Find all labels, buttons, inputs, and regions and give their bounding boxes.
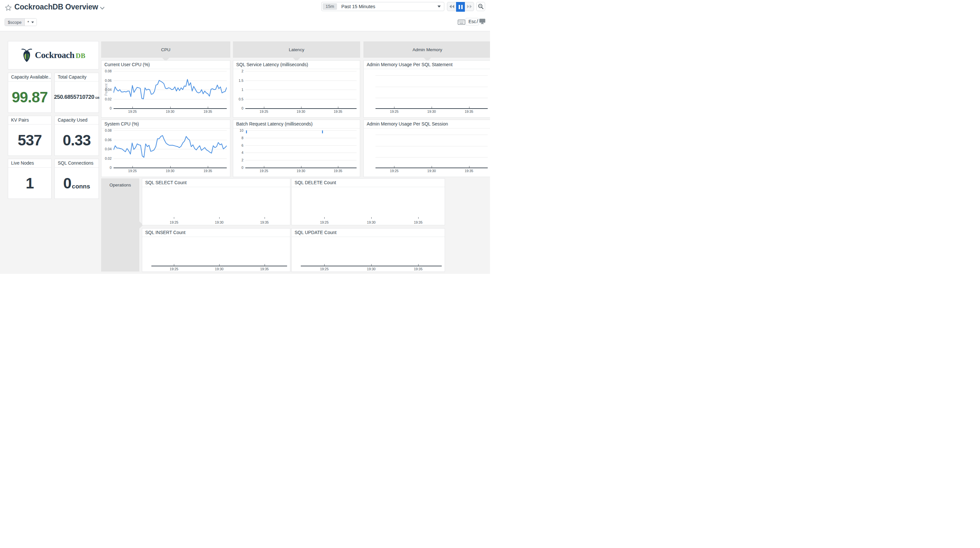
card-value: 1 xyxy=(26,175,34,192)
chart-title: Admin Memory Usage Per SQL Statement xyxy=(364,60,490,69)
sql-select-count-plot[interactable]: 19:2519:3019:35 xyxy=(142,187,290,225)
time-range-caret-icon xyxy=(438,6,441,8)
chart-panel-sql-update-count: SQL UPDATE Count 19:2519:3019:35 xyxy=(291,228,445,272)
rewind-icon xyxy=(449,4,455,9)
scope-variable-name: $scope xyxy=(5,19,25,26)
favorite-star-icon[interactable] xyxy=(5,4,12,11)
card-value: 99.87 xyxy=(12,88,48,106)
batch-request-latency-plot[interactable]: 024681019:2519:3019:35 xyxy=(233,129,360,177)
chart-title: SQL Service Latency (milliseconds) xyxy=(233,60,360,69)
fullscreen-monitor-icon[interactable] xyxy=(479,19,485,24)
chart-title: System CPU (%) xyxy=(102,120,230,129)
sql-update-count-plot[interactable]: 19:2519:3019:35 xyxy=(292,237,445,272)
card-title: Capacity Used xyxy=(55,116,99,124)
chart-panel-admin-memory-statement: Admin Memory Usage Per SQL Statement 19:… xyxy=(363,60,490,118)
admin-memory-session-plot[interactable]: 19:2519:3019:35 xyxy=(364,129,490,177)
card-value-unit: GB xyxy=(95,96,100,99)
card-value: 0.33 xyxy=(63,131,91,149)
card-title: Live Nodes xyxy=(8,159,51,168)
sql-insert-count-plot[interactable]: 19:2519:3019:35 xyxy=(142,237,290,272)
current-user-cpu-plot[interactable]: 00.020.040.060.0819:2519:3019:35Percent xyxy=(102,69,230,118)
chart-title: Admin Memory Usage Per SQL Session xyxy=(364,120,490,129)
chart-title: Batch Request Latency (milliseconds) xyxy=(233,120,360,129)
card-value: 537 xyxy=(18,131,42,149)
title-chevron-down-icon[interactable] xyxy=(100,6,105,10)
metric-card-capacity-used: Capacity Used 0.33 xyxy=(54,116,99,156)
fast-forward-button[interactable] xyxy=(465,2,474,11)
top-bar: CockroachDB Overview 15m Past 15 Minutes xyxy=(0,0,490,31)
zoom-out-button[interactable] xyxy=(476,2,485,11)
pause-icon xyxy=(459,5,463,9)
admin-memory-statement-plot[interactable]: 19:2519:3019:35 xyxy=(364,69,490,118)
system-cpu-plot[interactable]: 00.020.040.060.0819:2519:3019:35 xyxy=(102,129,230,177)
sql-delete-count-plot[interactable]: 19:2519:3019:35 xyxy=(292,187,445,225)
slash-shortcut-label: / xyxy=(477,19,478,24)
card-title: Capacity Available... xyxy=(8,73,51,81)
chart-panel-sql-delete-count: SQL DELETE Count 19:2519:3019:35 xyxy=(291,178,445,225)
dashboard-canvas: CockroachDB Capacity Available... 99.87 … xyxy=(0,31,490,274)
group-label: Operations xyxy=(101,178,139,187)
sql-service-latency-plot[interactable]: 00.511.5219:2519:3019:35 xyxy=(233,69,360,118)
chart-title: SQL UPDATE Count xyxy=(292,229,445,237)
group-header-cpu[interactable]: CPU xyxy=(101,41,230,58)
metric-card-capacity-available: Capacity Available... 99.87 xyxy=(8,73,51,113)
chart-title: SQL SELECT Count xyxy=(142,179,290,187)
group-header-latency[interactable]: Latency xyxy=(233,41,360,58)
card-title: Total Capacity xyxy=(55,73,99,81)
scope-template-variable[interactable]: $scope * xyxy=(5,18,37,26)
chart-title: SQL INSERT Count xyxy=(142,229,290,237)
time-range-selector[interactable]: 15m Past 15 Minutes xyxy=(321,2,444,11)
chart-title: Current User CPU (%) xyxy=(102,60,230,69)
chart-panel-admin-memory-session: Admin Memory Usage Per SQL Session 19:25… xyxy=(363,120,490,177)
group-header-admin-memory[interactable]: Admin Memory xyxy=(363,41,490,58)
pause-button[interactable] xyxy=(456,2,465,12)
metric-card-live-nodes: Live Nodes 1 xyxy=(8,159,51,199)
chart-panel-sql-select-count: SQL SELECT Count 19:2519:3019:35 xyxy=(142,178,290,225)
page-title: CockroachDB Overview xyxy=(14,3,98,11)
chart-panel-current-user-cpu: Current User CPU (%) 00.020.040.060.0819… xyxy=(101,60,230,118)
chart-panel-batch-request-latency: Batch Request Latency (milliseconds) 024… xyxy=(233,120,360,177)
cockroach-bug-icon xyxy=(21,49,32,62)
playback-controls xyxy=(447,2,474,11)
group-header-operations[interactable]: Operations xyxy=(101,178,139,272)
card-value: 250.6855710720 xyxy=(54,94,94,100)
chart-panel-system-cpu: System CPU (%) 00.020.040.060.0819:2519:… xyxy=(101,120,230,177)
chart-title: SQL DELETE Count xyxy=(292,179,445,187)
keyboard-shortcuts-icon[interactable] xyxy=(458,19,465,25)
scope-caret-icon xyxy=(31,22,34,23)
time-range-badge: 15m xyxy=(323,3,337,10)
metric-card-kv-pairs: KV Pairs 537 xyxy=(8,116,51,156)
card-title: SQL Connections xyxy=(55,159,99,168)
time-range-label: Past 15 Minutes xyxy=(341,4,438,9)
rewind-button[interactable] xyxy=(447,2,456,11)
scope-variable-value: * xyxy=(27,20,29,25)
card-value: 0 xyxy=(63,175,72,192)
logo-db-suffix: DB xyxy=(76,52,86,60)
cockroachdb-logo-card: CockroachDB xyxy=(8,41,99,70)
chart-panel-sql-insert-count: SQL INSERT Count 19:2519:3019:35 xyxy=(142,228,290,272)
logo-wordmark: Cockroach xyxy=(35,50,75,60)
metric-card-total-capacity: Total Capacity 250.6855710720GB xyxy=(54,73,99,113)
fast-forward-icon xyxy=(466,4,473,9)
card-title: KV Pairs xyxy=(8,116,51,124)
chart-panel-sql-service-latency: SQL Service Latency (milliseconds) 00.51… xyxy=(233,60,360,118)
metric-card-sql-connections: SQL Connections 0conns xyxy=(54,159,99,199)
card-value-unit: conns xyxy=(72,183,90,190)
zoom-out-icon xyxy=(478,3,484,10)
